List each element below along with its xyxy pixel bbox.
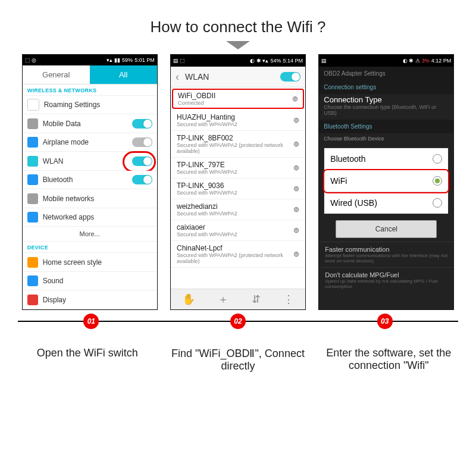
header-title: WLAN — [185, 72, 209, 82]
wifi-signal-icon: ⊚ — [292, 95, 298, 103]
wifi-item[interactable]: weizhedianziSecured with WPA/WPA2⊚ — [171, 199, 305, 220]
screenshots-row: ⬚ ◎ ▾▴ ▮▮ 59% 5:01 PM General All WIRELE… — [0, 54, 476, 310]
wifi-lock-icon: ⊚ — [293, 140, 299, 148]
wifi-icon: ▾▴ — [107, 57, 112, 63]
wifi-item[interactable]: TP-LINK_797ESecured with WPA/WPA2⊚ — [171, 158, 305, 178]
highlight-circle — [123, 151, 156, 173]
toggle-wlan-master[interactable] — [280, 72, 300, 82]
row-networked-apps[interactable]: Networked apps — [23, 208, 157, 227]
row-roaming[interactable]: Roaming Settings — [23, 96, 157, 115]
phone-wlan-list: ▤ ⬚ ◐ ✱ ▾▴ 54% 5:14 PM ‹ WLAN WiFi_OBDII… — [170, 54, 306, 310]
status-bar: ▤ ⬚ ◐ ✱ ▾▴ 54% 5:14 PM — [171, 55, 305, 67]
row-wlan[interactable]: WLAN — [23, 152, 157, 171]
status-left: ▤ — [321, 58, 327, 64]
antenna-icon — [27, 193, 38, 204]
section-wireless: WIRELESS & NETWORKS — [23, 84, 157, 96]
conn-type-title: Connection Type — [319, 94, 453, 104]
wifi-lock-icon: ⊚ — [293, 205, 299, 214]
signal-icon: ◐ ✱ ▾▴ — [250, 58, 268, 64]
clock: 5:14 PM — [283, 58, 303, 64]
battery-text: 54% — [270, 58, 281, 64]
row-mobile-data[interactable]: Mobile Data — [23, 114, 157, 133]
cancel-button[interactable]: Cancel — [336, 220, 437, 238]
row-home-style[interactable]: Home screen style — [23, 253, 157, 272]
pref-no-mpg[interactable]: Don't calculate MPG/FuelSpeed up data re… — [319, 267, 453, 293]
wifi-obdii[interactable]: WiFi_OBDIIConnected⊚ — [172, 89, 304, 109]
wifi-item[interactable]: ChinaNet-LpcfSecured with WPA/WPA2 (prot… — [171, 241, 305, 268]
step-badge-1: 01 — [83, 314, 99, 329]
connection-dialog: Bluetooth WiFi Wired (USB) — [324, 148, 449, 214]
app-header: OBD2 Adapter Settings — [319, 67, 453, 80]
row-bluetooth[interactable]: Bluetooth — [23, 171, 157, 190]
status-left: ▤ ⬚ — [173, 58, 186, 64]
option-wifi[interactable]: WiFi — [324, 170, 448, 192]
caption-1: Open the WiFi switch — [12, 347, 162, 372]
section-sub: Connection settings — [319, 80, 453, 94]
pref-faster-comm[interactable]: Faster communicationAttempt faster commu… — [319, 242, 453, 267]
toggle-bluetooth[interactable] — [132, 175, 152, 184]
wifi-item[interactable]: HUAZHU_HantingSecured with WPA/WPA2⊚ — [171, 110, 305, 131]
step-badge-3: 03 — [377, 314, 393, 329]
wifi-item[interactable]: TP-LINK_8BF002Secured with WPA/WPA2 (pro… — [171, 131, 305, 158]
bottom-toolbar: ✋ ＋ ⇵ ⋮ — [171, 289, 305, 309]
scan-icon[interactable]: ✋ — [182, 293, 195, 306]
section-device: DEVICE — [23, 242, 157, 253]
airplane-icon — [27, 137, 38, 148]
toggle-mobile-data[interactable] — [132, 119, 152, 129]
signal-icon: ▮▮ — [114, 57, 120, 63]
wifi-lock-icon: ⊚ — [293, 250, 299, 258]
status-bar: ⬚ ◎ ▾▴ ▮▮ 59% 5:01 PM — [23, 55, 157, 65]
clock: 5:01 PM — [134, 57, 155, 63]
wlan-header: ‹ WLAN — [171, 67, 305, 87]
radio-selected-icon — [433, 176, 442, 186]
bt-sub: Choose Bluetooth Device — [319, 133, 453, 145]
row-mobile-networks[interactable]: Mobile networks — [23, 189, 157, 208]
signal-icon: ◐ ✱ ⚠ — [403, 58, 420, 64]
apps-icon — [27, 212, 38, 223]
clock: 4:12 PM — [431, 58, 452, 64]
sound-icon — [27, 275, 38, 286]
menu-icon[interactable]: ⋮ — [283, 293, 294, 306]
tabs: General All — [23, 65, 157, 84]
home-icon — [27, 257, 38, 268]
toggle-airplane[interactable] — [132, 137, 152, 147]
row-sound[interactable]: Sound — [23, 272, 157, 291]
bluetooth-icon — [27, 174, 38, 185]
roaming-icon — [27, 99, 39, 111]
row-airplane[interactable]: Airplane mode — [23, 133, 157, 152]
caption-3: Enter the software, set the connection "… — [314, 347, 464, 372]
wps-icon[interactable]: ⇵ — [252, 293, 261, 306]
radio-icon — [433, 198, 442, 208]
wifi-item[interactable]: TP-LINK_9036Secured with WPA/WPA2⊚ — [171, 178, 305, 199]
arrow-down-icon — [226, 41, 250, 49]
display-icon — [27, 295, 38, 305]
battery-text: 3% — [422, 58, 430, 64]
mobile-data-icon — [27, 118, 38, 129]
wifi-item[interactable]: caixiaoerSecured with WPA/WPA2⊚ — [171, 220, 305, 241]
status-left: ⬚ ◎ — [25, 57, 37, 63]
phone-settings: ⬚ ◎ ▾▴ ▮▮ 59% 5:01 PM General All WIRELE… — [22, 54, 158, 310]
radio-icon — [433, 154, 442, 164]
status-bar: ▤ ◐ ✱ ⚠ 3% 4:12 PM — [319, 55, 453, 67]
option-bluetooth[interactable]: Bluetooth — [324, 148, 448, 170]
caption-2: Find "WiFi_OBDⅡ", Connect directly — [162, 347, 313, 372]
phone-app-settings: ▤ ◐ ✱ ⚠ 3% 4:12 PM OBD2 Adapter Settings… — [318, 54, 454, 310]
option-wired[interactable]: Wired (USB) — [324, 192, 448, 214]
conn-type-desc: Choose the connection type (Bluetooth, W… — [319, 104, 453, 120]
row-display[interactable]: Display — [23, 290, 157, 309]
add-icon[interactable]: ＋ — [218, 292, 228, 306]
wifi-lock-icon: ⊚ — [293, 184, 299, 193]
page-title: How to connect the Wifi ? — [0, 0, 476, 41]
wifi-lock-icon: ⊚ — [293, 116, 299, 124]
more-link[interactable]: More... — [23, 227, 157, 242]
tab-general[interactable]: General — [23, 65, 90, 84]
step-badges: 01 02 03 — [0, 314, 476, 329]
wifi-lock-icon: ⊚ — [293, 226, 299, 234]
wifi-icon — [27, 156, 38, 167]
step-badge-2: 02 — [230, 314, 246, 329]
wifi-lock-icon: ⊚ — [293, 164, 299, 172]
battery-text: 59% — [122, 57, 133, 63]
tab-all[interactable]: All — [90, 65, 157, 84]
captions-row: Open the WiFi switch Find "WiFi_OBDⅡ", C… — [0, 329, 476, 372]
back-icon[interactable]: ‹ — [176, 71, 185, 83]
